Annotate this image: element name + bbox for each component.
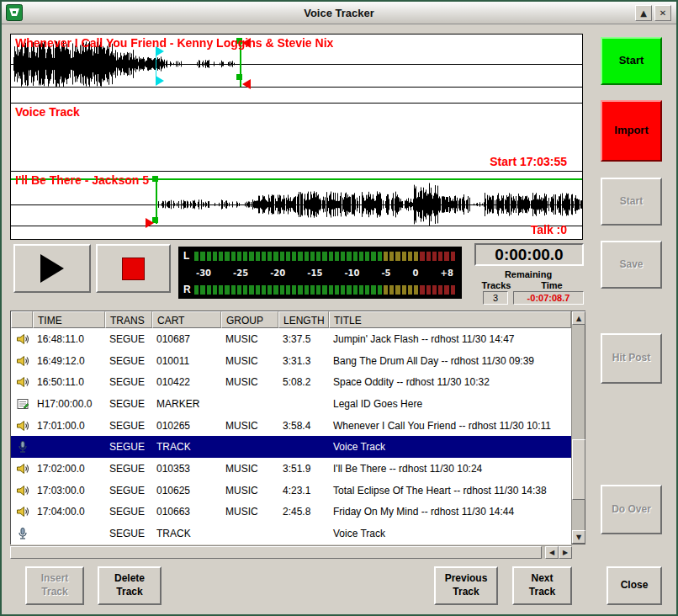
panel-divider-line xyxy=(11,226,582,226)
marker-handle-bottom[interactable] xyxy=(236,74,242,80)
log-row[interactable]: 16:50:11.0 SEGUE 010422 MUSIC 5:08.2 Spa… xyxy=(11,371,571,393)
meter-tick: -20 xyxy=(270,268,285,278)
audio-meter: L -30-25-20-15-10-50+8 R xyxy=(178,247,462,299)
cell-time: 17:03:00.0 xyxy=(33,485,105,497)
remaining-tracks-label: Tracks xyxy=(471,280,522,290)
cell-time: H17:00:00.0 xyxy=(33,398,105,410)
segue-end-marker-icon[interactable] xyxy=(156,76,164,86)
play-button[interactable] xyxy=(13,244,91,293)
horizontal-scrollbar[interactable]: ◀ ▶ xyxy=(10,545,572,559)
previous-track-button[interactable]: Previous Track xyxy=(434,566,498,605)
column-icon xyxy=(11,311,33,328)
cell-group: MUSIC xyxy=(221,355,278,367)
next-track-button[interactable]: Next Track xyxy=(512,566,572,605)
marker-handle-top[interactable] xyxy=(152,176,158,182)
cell-title: Space Oddity -- rdhost 11/30 10:32 xyxy=(329,376,571,388)
column-length[interactable]: LENGTH xyxy=(278,311,329,328)
column-cart[interactable]: CART xyxy=(152,311,221,328)
log-row[interactable]: 17:03:00.0 SEGUE 010625 MUSIC 4:23.1 Tot… xyxy=(11,480,571,502)
cell-title: Bang The Drum All Day -- rdhost 11/30 09… xyxy=(329,355,571,367)
vertical-scrollbar[interactable]: ▲ ▼ xyxy=(571,311,585,544)
speaker-icon xyxy=(16,484,29,497)
cell-length: 3:31.3 xyxy=(278,355,329,367)
column-time[interactable]: TIME xyxy=(33,311,105,328)
waveform-panel-track2[interactable]: I'll Be There - Jackson 5 Talk :0 xyxy=(11,171,582,239)
cell-cart: 010687 xyxy=(152,333,221,345)
waveform-panel-track1[interactable]: Whenever I Call You Friend - Kenny Loggi… xyxy=(11,35,582,103)
log-row[interactable]: 16:49:12.0 SEGUE 010011 MUSIC 3:31.3 Ban… xyxy=(11,350,571,372)
microphone-icon xyxy=(16,527,29,540)
start-button-1[interactable]: Start xyxy=(601,37,662,85)
cell-length: 4:23.1 xyxy=(278,485,329,497)
close-window-button[interactable]: ✕ xyxy=(654,5,671,21)
cell-trans: SEGUE xyxy=(105,420,152,432)
log-row-selected[interactable]: SEGUE TRACK Voice Track xyxy=(11,436,571,458)
cell-title: Total Eclipse Of The Heart -- rdhost 11/… xyxy=(329,485,571,497)
panel-divider-line xyxy=(11,87,582,88)
cell-cart: TRACK xyxy=(152,528,221,539)
delete-track-button[interactable]: Delete Track xyxy=(98,566,162,605)
stop-button[interactable] xyxy=(96,244,171,293)
cell-group: MUSIC xyxy=(221,463,278,475)
cell-time: 16:50:11.0 xyxy=(33,376,105,388)
horizontal-scroll-thumb[interactable] xyxy=(10,546,542,559)
waveform-panels: Whenever I Call You Friend - Kenny Loggi… xyxy=(10,34,583,240)
titlebar: Voice Tracker ▲ ✕ xyxy=(2,2,676,24)
speaker-icon xyxy=(16,375,29,389)
column-trans[interactable]: TRANS xyxy=(105,311,152,328)
speaker-icon xyxy=(16,505,29,518)
meter-tick: -10 xyxy=(344,268,359,278)
scroll-up-icon[interactable]: ▲ xyxy=(572,311,585,325)
scroll-right-icon[interactable]: ▶ xyxy=(559,546,572,559)
cell-trans: SEGUE xyxy=(105,485,152,497)
fade-marker-bottom-icon[interactable] xyxy=(242,79,251,89)
track1-title: Whenever I Call You Friend - Kenny Loggi… xyxy=(15,36,333,50)
log-row[interactable]: 16:48:11.0 SEGUE 010687 MUSIC 3:37.5 Jum… xyxy=(11,328,571,350)
log-row[interactable]: 17:04:00.0 SEGUE 010663 MUSIC 2:45.8 Fri… xyxy=(11,502,571,523)
cell-group: MUSIC xyxy=(221,376,278,388)
waveform-panel-voicetrack[interactable]: Voice Track Start 17:03:55 xyxy=(11,103,582,171)
speaker-icon xyxy=(16,419,29,433)
column-title[interactable]: TITLE xyxy=(329,311,571,328)
cell-group: MUSIC xyxy=(221,420,278,432)
close-button[interactable]: Close xyxy=(606,566,662,605)
cell-cart: 010011 xyxy=(152,355,221,367)
meter-left-label: L xyxy=(183,250,194,262)
cell-cart: 010625 xyxy=(152,485,221,497)
remaining-tracks-value: 3 xyxy=(483,291,508,305)
cell-title: Legal ID Goes Here xyxy=(329,398,571,410)
meter-tick: -15 xyxy=(307,268,322,278)
cell-length: 2:45.8 xyxy=(278,506,329,518)
log-row[interactable]: H17:00:00.0 SEGUE MARKER Legal ID Goes H… xyxy=(11,393,571,415)
cell-trans: SEGUE xyxy=(105,355,152,367)
cell-cart: 010353 xyxy=(152,463,221,475)
scroll-left-icon[interactable]: ◀ xyxy=(545,546,559,559)
scroll-down-icon[interactable]: ▼ xyxy=(572,530,585,544)
remaining-time-label: Time xyxy=(527,280,577,290)
remaining-label: Remaining xyxy=(469,269,587,279)
log-row[interactable]: 17:02:00.0 SEGUE 010353 MUSIC 3:51.9 I'l… xyxy=(11,458,571,480)
meter-scale: -30-25-20-15-10-50+8 xyxy=(183,268,455,279)
cell-group: MUSIC xyxy=(221,333,278,345)
log-row[interactable]: SEGUE TRACK Voice Track xyxy=(11,523,571,544)
cell-trans: SEGUE xyxy=(105,463,152,475)
vertical-scroll-thumb[interactable] xyxy=(572,439,585,500)
microphone-icon xyxy=(16,440,29,454)
voice-tracker-window: Voice Tracker ▲ ✕ Whenever I Call You Fr… xyxy=(0,0,678,616)
track2-talk-time: Talk :0 xyxy=(531,223,567,236)
cell-cart: 010265 xyxy=(152,420,221,432)
import-button[interactable]: Import xyxy=(601,100,662,162)
cell-time: 16:48:11.0 xyxy=(33,333,105,345)
log-row[interactable]: 17:01:00.0 SEGUE 010265 MUSIC 3:58.4 Whe… xyxy=(11,415,571,437)
meter-tick: +8 xyxy=(441,268,453,278)
meter-right-segments xyxy=(194,285,455,295)
log-table-header: TIME TRANS CART GROUP LENGTH TITLE xyxy=(11,311,571,328)
column-group[interactable]: GROUP xyxy=(221,311,278,328)
insert-track-button: Insert Track xyxy=(25,566,84,605)
speaker-icon xyxy=(16,462,29,475)
maximize-button[interactable]: ▲ xyxy=(635,5,652,21)
speaker-icon xyxy=(16,354,29,368)
fade-marker-icon[interactable] xyxy=(146,218,154,228)
cell-group: MUSIC xyxy=(221,506,278,518)
save-button: Save xyxy=(601,241,662,289)
